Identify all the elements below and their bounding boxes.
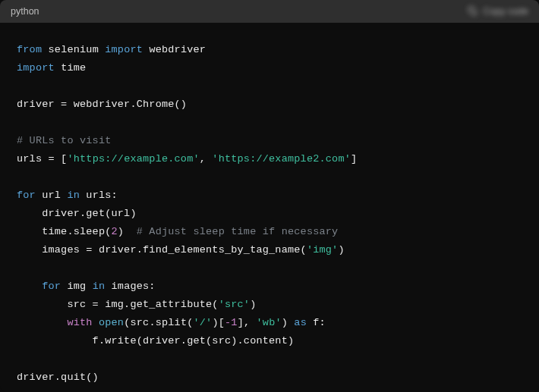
- code-line: driver = webdriver.Chrome(): [17, 99, 187, 110]
- code-line: driver.get(url): [17, 208, 137, 219]
- code-line: driver.quit(): [17, 372, 99, 383]
- code-line: images = driver.find_elements_by_tag_nam…: [17, 244, 345, 256]
- language-label: python: [11, 6, 39, 17]
- code-block-container: python Copy code from selenium import we…: [0, 0, 539, 392]
- svg-rect-0: [471, 10, 476, 14]
- code-block-header: python Copy code: [0, 0, 539, 23]
- code-line: with open(src.split('/')[-1], 'wb') as f…: [17, 317, 326, 328]
- code-line: from selenium import webdriver: [17, 44, 206, 55]
- clipboard-icon: [468, 6, 478, 17]
- code-line: for url in urls:: [17, 190, 118, 201]
- code-line: f.write(driver.get(src).content): [17, 335, 294, 347]
- code-line: for img in images:: [17, 281, 156, 292]
- code-line: # URLs to visit: [17, 135, 112, 146]
- code-line: urls = ['https://example.com', 'https://…: [17, 153, 357, 165]
- code-line: time.sleep(2) # Adjust sleep time if nec…: [17, 226, 338, 237]
- code-content[interactable]: from selenium import webdriver import ti…: [0, 23, 539, 392]
- copy-code-label: Copy code: [483, 6, 528, 17]
- code-line: src = img.get_attribute('src'): [17, 299, 256, 310]
- copy-code-button[interactable]: Copy code: [468, 6, 528, 17]
- code-line: import time: [17, 62, 86, 74]
